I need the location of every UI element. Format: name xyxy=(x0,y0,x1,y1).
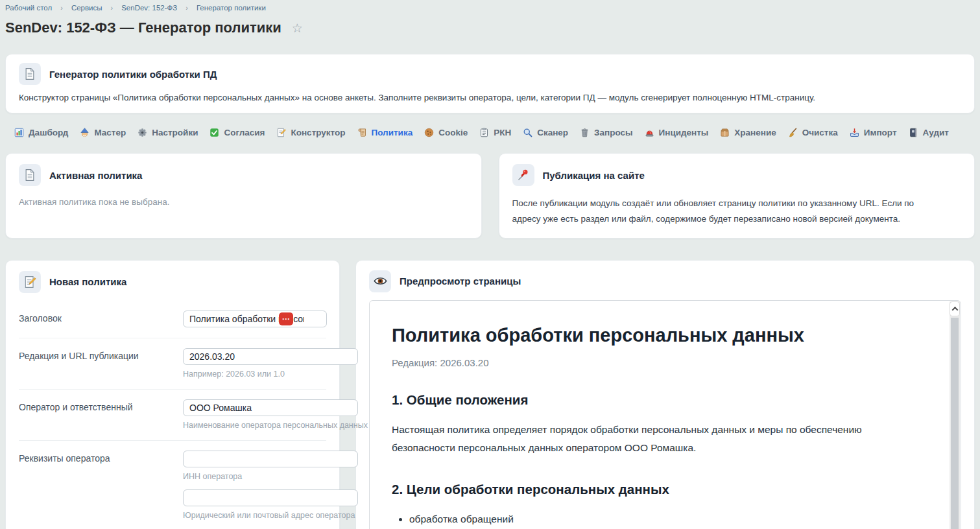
preview-card: Предпросмотр страницы Политика обработки… xyxy=(355,260,975,529)
doc-section-2-heading: 2. Цели обработки персональных данных xyxy=(392,482,909,497)
intro-title: Генератор политики обработки ПД xyxy=(49,69,217,80)
active-policy-card: Активная политика Активная политика пока… xyxy=(5,153,482,239)
breadcrumb-services[interactable]: Сервисы xyxy=(71,4,102,12)
breadcrumb-sendev[interactable]: SenDev: 152-ФЗ xyxy=(121,4,177,12)
memo-icon xyxy=(276,128,286,137)
tab-storage[interactable]: Хранение xyxy=(720,128,776,137)
scroll-icon xyxy=(357,128,367,137)
doc-heading: Политика обработки персональных данных xyxy=(392,325,909,346)
document-icon xyxy=(19,164,41,186)
bar-chart-icon xyxy=(14,128,24,137)
gear-icon xyxy=(137,128,147,137)
intro-card: Генератор политики обработки ПД Конструк… xyxy=(5,54,975,113)
active-policy-title: Активная политика xyxy=(49,170,142,181)
doc-section-1-paragraph: Настоящая политика определяет порядок об… xyxy=(392,421,909,458)
breadcrumb-separator-icon: › xyxy=(60,4,63,12)
revision-hint: Например: 2026.03 или 1.0 xyxy=(183,370,358,379)
breadcrumb-desktop[interactable]: Рабочий стол xyxy=(5,4,52,12)
doc-purposes-list: обработка обращений исполнение договора xyxy=(392,509,909,529)
trash-icon xyxy=(580,128,590,137)
tab-wizard[interactable]: Мастер xyxy=(80,128,126,137)
breadcrumb-separator-icon: › xyxy=(185,4,188,12)
publication-card: Публикация на сайте После публикации мод… xyxy=(499,153,975,239)
tab-bar: Дашборд Мастер Настройки xyxy=(5,122,975,143)
active-policy-status: Активная политика пока не выбрана. xyxy=(19,197,468,207)
intro-description: Конструктор страницы «Политика обработки… xyxy=(19,93,961,102)
publication-description: После публикации модуль создаёт или обно… xyxy=(512,196,962,228)
scroll-up-button[interactable] xyxy=(950,301,960,316)
preview-scrollbar[interactable] xyxy=(950,301,960,529)
document-icon xyxy=(19,63,41,85)
policy-document: Политика обработки персональных данных Р… xyxy=(370,301,961,529)
preview-frame: Политика обработки персональных данных Р… xyxy=(369,300,961,529)
address-hint: Юридический или почтовый адрес оператора xyxy=(183,511,358,520)
revision-label: Редакция и URL публикации xyxy=(19,348,183,379)
chevron-up-icon xyxy=(951,307,958,313)
breadcrumb: Рабочий стол › Сервисы › SenDev: 152-ФЗ … xyxy=(5,0,975,12)
preview-title: Предпросмотр страницы xyxy=(400,276,521,287)
wizard-icon xyxy=(80,128,90,137)
list-item: обработка обращений xyxy=(409,509,909,529)
operator-label: Оператор и ответственный xyxy=(19,399,183,430)
tab-consents[interactable]: Согласия xyxy=(209,128,265,137)
operator-input[interactable] xyxy=(183,399,358,416)
form-row-title: Заголовок ⋯ xyxy=(19,301,326,338)
tab-requests[interactable]: Запросы xyxy=(580,128,632,137)
check-icon xyxy=(209,128,219,137)
eye-icon xyxy=(369,270,391,292)
tab-constructor[interactable]: Конструктор xyxy=(276,128,345,137)
form-row-operator: Оператор и ответственный Наименование оп… xyxy=(19,389,326,440)
tab-scanner[interactable]: Сканер xyxy=(523,128,568,137)
cookie-icon xyxy=(424,128,434,137)
revision-input[interactable] xyxy=(183,348,358,365)
pushpin-icon xyxy=(512,164,534,186)
broom-icon xyxy=(788,128,798,137)
address-input[interactable] xyxy=(183,489,358,506)
new-policy-title: Новая политика xyxy=(49,276,126,287)
package-icon xyxy=(720,128,730,137)
tab-policy[interactable]: Политика xyxy=(357,128,413,137)
breadcrumb-separator-icon: › xyxy=(111,4,114,12)
publication-title: Публикация на сайте xyxy=(543,170,645,181)
extension-badge[interactable]: ⋯ xyxy=(279,312,293,325)
tab-audit[interactable]: Аудит xyxy=(909,128,949,137)
scrollbar-thumb[interactable] xyxy=(951,318,959,529)
doc-section-1-heading: 1. Общие положения xyxy=(392,392,909,408)
title-input[interactable] xyxy=(183,311,327,327)
tab-cookie[interactable]: Cookie xyxy=(424,128,468,137)
tab-incidents[interactable]: Инциденты xyxy=(645,128,709,137)
tab-import[interactable]: Импорт xyxy=(850,128,897,137)
page-title: SenDev: 152-ФЗ — Генератор политики xyxy=(5,19,281,36)
magnifier-icon xyxy=(523,128,532,137)
tab-cleanup[interactable]: Очистка xyxy=(788,128,838,137)
form-row-revision: Редакция и URL публикации Например: 2026… xyxy=(19,338,326,389)
doc-revision: Редакция: 2026.03.20 xyxy=(392,357,909,368)
page: Рабочий стол › Сервисы › SenDev: 152-ФЗ … xyxy=(0,0,980,529)
title-label: Заголовок xyxy=(19,311,183,327)
operator-hint: Наименование оператора персональных данн… xyxy=(183,421,368,430)
tab-dashboard[interactable]: Дашборд xyxy=(14,128,68,137)
inn-hint: ИНН оператора xyxy=(183,472,358,481)
tab-rkn[interactable]: РКН xyxy=(479,128,511,137)
inn-input[interactable] xyxy=(183,451,358,467)
siren-icon xyxy=(645,128,654,137)
clipboard-icon xyxy=(479,128,489,137)
new-policy-card: Новая политика Заголовок ⋯ Редакция и UR… xyxy=(5,260,340,529)
tab-settings[interactable]: Настройки xyxy=(137,128,198,137)
inbox-icon xyxy=(850,128,859,137)
memo-icon xyxy=(19,271,41,293)
notebook-icon xyxy=(909,128,918,137)
favorite-star-icon[interactable]: ☆ xyxy=(292,22,303,34)
form-row-requisites: Реквизиты оператора ИНН оператора Юридич… xyxy=(19,440,326,529)
breadcrumb-policy-generator[interactable]: Генератор политики xyxy=(197,4,266,12)
requisites-label: Реквизиты оператора xyxy=(19,451,183,520)
